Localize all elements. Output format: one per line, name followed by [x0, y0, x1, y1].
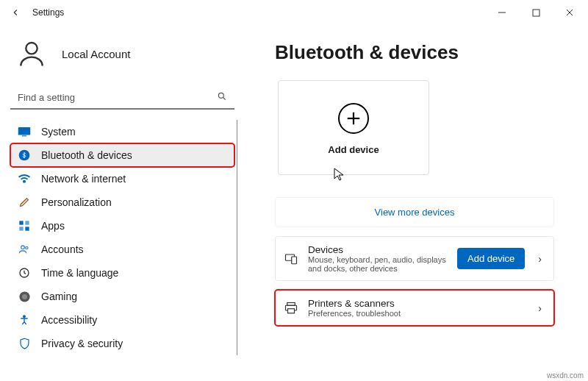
svg-point-10 [24, 181, 25, 182]
nav-divider [237, 120, 237, 355]
sidebar-item-accounts[interactable]: Accounts [10, 238, 234, 261]
svg-point-5 [218, 93, 223, 98]
apps-icon [18, 219, 31, 232]
accessibility-icon [18, 313, 31, 327]
chevron-right-icon[interactable]: › [535, 253, 545, 265]
nav: System Bluetooth & devices Network & int… [10, 120, 234, 355]
svg-line-6 [223, 98, 226, 100]
gaming-icon [18, 290, 31, 303]
sidebar-item-personalization[interactable]: Personalization [10, 190, 234, 214]
devices-row[interactable]: Devices Mouse, keyboard, pen, audio, dis… [275, 236, 554, 281]
sidebar-item-label: Accounts [41, 243, 84, 255]
svg-point-19 [21, 293, 26, 299]
sidebar: Local Account Find a setting System Blue… [0, 25, 243, 381]
main-content: Bluetooth & devices Add device View more… [243, 25, 588, 381]
sidebar-item-label: Bluetooth & devices [41, 149, 132, 161]
accounts-icon [18, 243, 31, 256]
svg-point-4 [26, 43, 37, 54]
sidebar-item-label: Personalization [41, 196, 112, 208]
add-device-label: Add device [328, 144, 379, 155]
svg-rect-8 [22, 135, 26, 136]
search-input[interactable]: Find a setting [10, 87, 234, 110]
minimize-button[interactable] [485, 1, 519, 24]
row-title: Printers & scanners [308, 298, 525, 309]
window-title: Settings [32, 7, 64, 18]
shield-icon [18, 337, 31, 350]
add-device-tile[interactable]: Add device [278, 80, 429, 175]
svg-rect-1 [533, 10, 539, 16]
chevron-right-icon[interactable]: › [535, 302, 545, 314]
svg-point-20 [24, 316, 26, 318]
bluetooth-icon [18, 149, 31, 162]
sidebar-item-network[interactable]: Network & internet [10, 167, 234, 190]
plus-icon [338, 103, 369, 134]
back-icon[interactable] [10, 7, 21, 18]
svg-rect-11 [19, 221, 23, 224]
sidebar-item-label: System [41, 126, 76, 138]
svg-point-16 [26, 246, 28, 249]
sidebar-item-privacy-security[interactable]: Privacy & security [10, 332, 234, 355]
add-device-button[interactable]: Add device [457, 248, 525, 269]
brush-icon [18, 196, 31, 209]
printer-icon [284, 302, 298, 315]
account-name: Local Account [62, 48, 130, 60]
svg-rect-27 [288, 308, 295, 313]
watermark: wsxdn.com [547, 371, 584, 380]
view-more-devices-link[interactable]: View more devices [275, 197, 554, 227]
sidebar-item-time-language[interactable]: Time & language [10, 261, 234, 285]
sidebar-item-gaming[interactable]: Gaming [10, 285, 234, 308]
titlebar: Settings [0, 0, 588, 25]
search-icon [217, 91, 227, 104]
sidebar-item-accessibility[interactable]: Accessibility [10, 308, 234, 332]
sidebar-item-bluetooth-devices[interactable]: Bluetooth & devices [10, 143, 234, 167]
sidebar-item-system[interactable]: System [10, 120, 234, 143]
row-subtitle: Mouse, keyboard, pen, audio, displays an… [308, 255, 447, 273]
sidebar-item-label: Time & language [41, 267, 118, 279]
svg-rect-14 [25, 227, 29, 230]
page-title: Bluetooth & devices [275, 41, 563, 64]
svg-rect-12 [25, 221, 29, 224]
svg-rect-7 [18, 127, 31, 135]
svg-rect-13 [19, 227, 23, 230]
search-placeholder: Find a setting [18, 92, 75, 103]
sidebar-item-apps[interactable]: Apps [10, 214, 234, 238]
svg-point-15 [21, 246, 25, 249]
printers-scanners-row[interactable]: Printers & scanners Preferences, trouble… [275, 290, 554, 326]
sidebar-item-label: Network & internet [41, 173, 126, 185]
account-block[interactable]: Local Account [10, 29, 234, 87]
sidebar-item-label: Privacy & security [41, 338, 123, 349]
devices-icon [284, 252, 298, 266]
row-title: Devices [308, 244, 447, 255]
sidebar-item-label: Gaming [41, 291, 77, 302]
wifi-icon [18, 172, 31, 185]
avatar-icon [15, 37, 49, 71]
maximize-button[interactable] [519, 1, 553, 24]
cursor-icon [334, 168, 588, 185]
clock-icon [18, 266, 31, 279]
sidebar-item-label: Accessibility [41, 314, 97, 326]
row-subtitle: Preferences, troubleshoot [308, 309, 525, 318]
close-button[interactable] [553, 1, 587, 24]
system-icon [18, 125, 31, 138]
svg-rect-24 [292, 257, 297, 264]
sidebar-item-label: Apps [41, 220, 65, 232]
